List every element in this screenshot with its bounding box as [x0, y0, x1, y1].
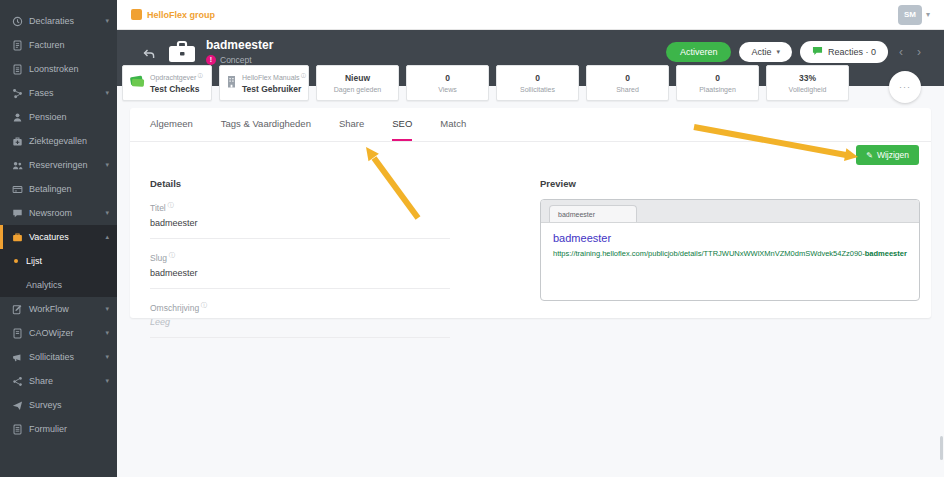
stat-card-value: 0	[715, 73, 720, 83]
brand-name: HelloFlex group	[147, 10, 215, 20]
stat-card-test-checks[interactable]: Opdrachtgever ⓘTest Checks	[122, 65, 212, 101]
details-heading: Details	[150, 178, 450, 189]
tab-match[interactable]: Match	[440, 108, 466, 141]
sidebar-item-lijst[interactable]: Lijst	[0, 249, 117, 273]
sidebar-item-caowijzer[interactable]: CAOWijzer▾	[0, 321, 117, 345]
info-icon: ⓘ	[199, 302, 207, 308]
chevron-down-icon: ▾	[926, 10, 930, 19]
sidebar-item-workflow[interactable]: WorkFlow▾	[0, 297, 117, 321]
status-row: ! Concept	[206, 55, 273, 65]
medcase-icon	[11, 135, 23, 147]
clock-icon	[11, 15, 23, 27]
browser-content: badmeester https://training.helloflex.co…	[541, 223, 919, 267]
reacties-button[interactable]: Reacties · 0	[800, 41, 888, 63]
megaphone-icon	[11, 351, 23, 363]
browser-chrome: badmeester	[541, 200, 919, 223]
field-omschrijving: Omschrijving ⓘLeeg	[150, 301, 450, 339]
stat-card-test-gebruiker[interactable]: HelloFlex Manuals ⓘTest Gebruiker	[219, 65, 309, 101]
details-section: Details Titel ⓘbadmeesterSlug ⓘbadmeeste…	[150, 178, 450, 338]
stat-card-shared[interactable]: 0Shared	[586, 65, 669, 101]
sidebar-item-analytics[interactable]: Analytics	[0, 273, 117, 297]
back-icon[interactable]	[143, 46, 155, 64]
stat-card-value: 0	[535, 73, 540, 83]
sidebar-item-label: Share	[29, 376, 53, 386]
sidebar-item-label: WorkFlow	[29, 304, 69, 314]
more-options-button[interactable]: ···	[889, 71, 921, 103]
client-icon	[129, 74, 145, 92]
stat-card-plaatsingen[interactable]: 0Plaatsingen	[676, 65, 759, 101]
stat-card-value: 0	[625, 73, 630, 83]
preview-section: Preview badmeester badmeester https://tr…	[540, 178, 920, 301]
card-icon	[11, 183, 23, 195]
chevron-down-icon: ▾	[105, 377, 109, 385]
field-label: Titel ⓘ	[150, 201, 450, 213]
sidebar-item-label: Fases	[29, 88, 54, 98]
stat-card-label: Shared	[616, 86, 639, 93]
sidebar-item-facturen[interactable]: Facturen	[0, 33, 117, 57]
chevron-down-icon: ▾	[105, 17, 109, 25]
sidebar-item-loonstroken[interactable]: Loonstroken	[0, 57, 117, 81]
sidebar-item-label: Vacatures	[29, 232, 69, 242]
tab-share[interactable]: Share	[339, 108, 364, 141]
info-icon: ⓘ	[167, 252, 175, 258]
field-slug: Slug ⓘbadmeester	[150, 251, 450, 289]
wijzigen-button[interactable]: ✎ Wijzigen	[856, 145, 919, 165]
stat-card-label: Dagen geleden	[334, 86, 382, 93]
sidebar-item-surveys[interactable]: Surveys	[0, 393, 117, 417]
stat-card-value: Nieuw	[345, 73, 370, 83]
share-icon	[11, 375, 23, 387]
stat-card-label: HelloFlex Manuals ⓘ	[242, 72, 306, 81]
doc-icon	[11, 327, 23, 339]
actie-label: Actie	[751, 47, 771, 57]
stat-card-label: Plaatsingen	[699, 86, 736, 93]
stat-card-dagen-geleden[interactable]: NieuwDagen geleden	[316, 65, 399, 101]
briefcase-icon	[168, 40, 196, 67]
stat-card-volledigheid[interactable]: 33%Volledigheid	[766, 65, 849, 101]
sidebar-item-label: Surveys	[29, 400, 62, 410]
chevron-down-icon: ▾	[105, 89, 109, 97]
stat-card-value: 33%	[799, 73, 816, 83]
sidebar-item-formulier[interactable]: Formulier	[0, 417, 117, 441]
tab-tags-vaardigheden[interactable]: Tags & Vaardigheden	[221, 108, 311, 141]
chevron-down-icon: ▾	[105, 329, 109, 337]
serp-title-link[interactable]: badmeester	[553, 232, 907, 244]
tab-bar: AlgemeenTags & VaardighedenShareSEOMatch	[130, 108, 931, 142]
chevron-left-icon[interactable]: ‹	[896, 43, 906, 61]
activeren-button[interactable]: Activeren	[666, 42, 732, 62]
chevron-right-icon[interactable]: ›	[914, 43, 924, 61]
actie-button[interactable]: Actie ▾	[739, 42, 792, 62]
sidebar-item-vacatures[interactable]: Vacatures▴	[0, 225, 117, 249]
tab-algemeen[interactable]: Algemeen	[150, 108, 193, 141]
preview-heading: Preview	[540, 178, 920, 189]
sidebar-item-label: Newsroom	[29, 208, 72, 218]
sidebar-item-label: Formulier	[29, 424, 67, 434]
serp-url: https://training.helloflex.com/publicjob…	[553, 249, 907, 258]
chevron-up-icon: ▴	[105, 233, 109, 241]
stat-card-sollicitaties[interactable]: 0Sollicitaties	[496, 65, 579, 101]
sidebar-scrollbar[interactable]	[940, 436, 943, 460]
sidebar-item-betalingen[interactable]: Betalingen	[0, 177, 117, 201]
building-icon	[226, 74, 237, 92]
tab-seo[interactable]: SEO	[392, 108, 412, 141]
avatar[interactable]: SM	[898, 5, 922, 25]
sidebar-item-ziektegevallen[interactable]: Ziektegevallen	[0, 129, 117, 153]
reacties-label: Reacties · 0	[828, 47, 876, 57]
sidebar-item-sollicitaties[interactable]: Sollicitaties▾	[0, 345, 117, 369]
brand[interactable]: HelloFlex group	[131, 9, 215, 20]
sidebar-item-share[interactable]: Share▾	[0, 369, 117, 393]
sidebar-item-reserveringen[interactable]: Reserveringen▾	[0, 153, 117, 177]
sidebar-item-label: Reserveringen	[29, 160, 88, 170]
user-menu[interactable]: SM ▾	[898, 5, 930, 25]
details-fields: Titel ⓘbadmeesterSlug ⓘbadmeesterOmschri…	[150, 201, 450, 338]
person-icon	[11, 111, 23, 123]
sidebar-item-newsroom[interactable]: Newsroom▾	[0, 201, 117, 225]
sidebar-item-fases[interactable]: Fases▾	[0, 81, 117, 105]
stats-cards: Opdrachtgever ⓘTest ChecksHelloFlex Manu…	[122, 65, 849, 101]
sidebar-item-label: Declaraties	[29, 16, 74, 26]
sidebar-item-declaraties[interactable]: Declaraties▾	[0, 9, 117, 33]
job-title-block: badmeester ! Concept	[206, 38, 273, 65]
sidebar-item-pensioen[interactable]: Pensioen	[0, 105, 117, 129]
active-bullet-icon	[14, 259, 18, 263]
status-label: Concept	[220, 55, 252, 65]
stat-card-views[interactable]: 0Views	[406, 65, 489, 101]
